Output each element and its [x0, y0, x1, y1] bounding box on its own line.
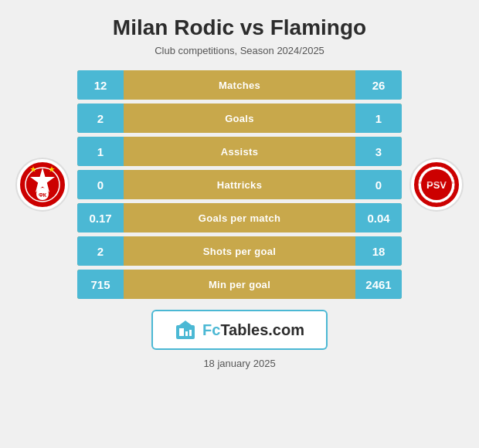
stats-table: 12Matches262Goals11Assists30Hattricks00.…	[77, 70, 402, 299]
stat-left-5: 2	[77, 236, 124, 266]
watermark-text: FcTables.com	[202, 321, 304, 339]
stat-right-2: 3	[355, 137, 402, 166]
stat-label-0: Matches	[124, 80, 355, 91]
psv-svg: PSV	[412, 160, 461, 209]
stat-label-3: Hattricks	[124, 179, 355, 191]
svg-rect-14	[185, 331, 188, 336]
stat-row-1: 2Goals1	[77, 104, 402, 133]
svg-marker-16	[179, 321, 192, 325]
stat-right-1: 1	[355, 104, 402, 133]
svg-text:ФК: ФК	[39, 192, 47, 198]
stat-row-0: 12Matches26	[77, 70, 402, 100]
stat-label-5: Shots per goal	[124, 246, 355, 257]
stat-right-4: 0.04	[355, 203, 402, 232]
svg-rect-11	[420, 182, 454, 184]
team-right-logo: PSV	[402, 158, 471, 212]
team-left-logo: ФК	[8, 158, 77, 212]
stat-left-4: 0.17	[77, 203, 124, 232]
watermark-row: FcTables.com	[8, 310, 471, 350]
stat-left-2: 1	[77, 137, 124, 166]
svg-rect-15	[189, 330, 192, 336]
svg-text:PSV: PSV	[426, 179, 447, 191]
stat-right-5: 18	[355, 236, 402, 266]
footer-date: 18 january 2025	[203, 358, 275, 369]
stat-left-0: 12	[77, 70, 124, 100]
stat-left-1: 2	[77, 104, 124, 133]
stat-left-3: 0	[77, 170, 124, 199]
stat-right-6: 2461	[355, 270, 402, 299]
team-left-logo-circle: ФК	[15, 158, 70, 212]
stat-right-0: 26	[355, 70, 402, 100]
fctables-icon	[175, 319, 196, 341]
stat-row-5: 2Shots per goal18	[77, 236, 402, 266]
page-title: Milan Rodic vs Flamingo	[113, 15, 366, 40]
stat-row-4: 0.17Goals per match0.04	[77, 203, 402, 232]
stat-row-2: 1Assists3	[77, 137, 402, 166]
watermark-brand: Fc	[202, 321, 220, 338]
stat-row-6: 715Min per goal2461	[77, 270, 402, 299]
stat-label-6: Min per goal	[124, 279, 355, 290]
stat-left-6: 715	[77, 270, 124, 299]
watermark-domain: Tables.com	[220, 321, 304, 338]
stat-label-2: Assists	[124, 146, 355, 158]
stat-row-3: 0Hattricks0	[77, 170, 402, 199]
watermark-box: FcTables.com	[151, 310, 328, 350]
red-star-svg: ФК	[18, 160, 67, 209]
stat-right-3: 0	[355, 170, 402, 199]
stat-label-1: Goals	[124, 113, 355, 124]
subtitle: Club competitions, Season 2024/2025	[155, 45, 324, 56]
team-right-logo-circle: PSV	[409, 158, 464, 212]
main-content: ФК 12Matches262Goals11Assists30Hattricks…	[8, 70, 471, 299]
svg-rect-13	[179, 328, 184, 336]
stat-label-4: Goals per match	[124, 212, 355, 224]
